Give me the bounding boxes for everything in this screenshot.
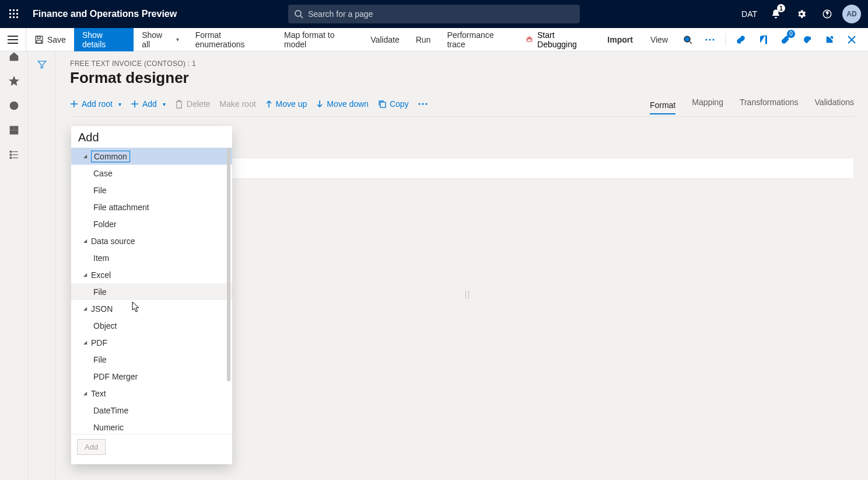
global-search-input[interactable] xyxy=(308,9,574,19)
validate-button[interactable]: Validate xyxy=(362,28,408,51)
show-all-button[interactable]: Show all ▾ xyxy=(134,28,187,51)
help-button[interactable] xyxy=(814,0,840,28)
tree-item[interactable]: File attachment xyxy=(71,199,232,215)
save-button[interactable]: Save xyxy=(26,28,74,51)
nav-toggle-button[interactable] xyxy=(0,28,26,51)
popout-button[interactable] xyxy=(819,28,840,51)
chevron-down-icon: ▾ xyxy=(118,101,121,107)
svg-rect-6 xyxy=(9,16,11,18)
breadcrumb: FREE TEXT INVOICE (CONTOSO) : 1 xyxy=(70,60,854,68)
tree-item[interactable]: Item xyxy=(71,249,232,266)
content-area: FREE TEXT INVOICE (CONTOSO) : 1 Format d… xyxy=(28,51,868,480)
tab-validations[interactable]: Validations xyxy=(815,98,854,110)
nav-home[interactable] xyxy=(0,51,28,62)
more-button[interactable] xyxy=(699,28,720,51)
arrow-up-icon xyxy=(265,100,272,108)
start-debugging-label: Start Debugging xyxy=(537,30,592,49)
find-button[interactable] xyxy=(677,28,698,51)
svg-rect-34 xyxy=(10,154,11,155)
popout-icon xyxy=(825,35,834,44)
svg-point-23 xyxy=(712,39,714,40)
tree-group[interactable]: ◢Text xyxy=(71,385,232,402)
filter-button[interactable] xyxy=(28,53,56,76)
avatar[interactable]: AD xyxy=(842,5,861,23)
tree-group[interactable]: ◢JSON xyxy=(71,300,232,317)
search-icon xyxy=(683,35,692,44)
move-up-label: Move up xyxy=(276,99,307,109)
format-enumerations-button[interactable]: Format enumerations xyxy=(187,28,276,51)
tree-group[interactable]: ◢Excel xyxy=(71,266,232,283)
separator xyxy=(725,33,726,46)
nav-recent[interactable] xyxy=(0,100,28,112)
tree-item[interactable]: PDF Merger xyxy=(71,368,232,385)
svg-rect-3 xyxy=(9,13,11,15)
tree-item[interactable]: Case xyxy=(71,165,232,182)
tree-item[interactable]: Numeric xyxy=(71,419,232,434)
office-button[interactable] xyxy=(752,28,774,51)
run-button[interactable]: Run xyxy=(408,28,439,51)
make-root-label: Make root xyxy=(219,99,256,109)
svg-rect-40 xyxy=(380,102,386,107)
svg-rect-33 xyxy=(10,151,11,152)
nav-favorites[interactable] xyxy=(0,75,28,87)
tree-item[interactable]: Object xyxy=(71,317,232,334)
app-launcher-button[interactable] xyxy=(0,0,28,28)
tree-item[interactable]: File xyxy=(71,351,232,368)
tree-item[interactable]: File xyxy=(71,182,232,199)
svg-point-41 xyxy=(418,103,420,105)
close-button[interactable] xyxy=(841,28,862,51)
start-debugging-button[interactable]: Start Debugging xyxy=(518,30,599,49)
view-button[interactable]: View xyxy=(642,28,676,51)
left-nav-rail xyxy=(0,28,28,480)
tab-transformations[interactable]: Transformations xyxy=(740,98,799,110)
tree-item[interactable]: DateTime xyxy=(71,402,232,419)
company-picker[interactable]: DAT xyxy=(736,9,763,19)
view-label: View xyxy=(650,35,668,44)
move-down-button[interactable]: Move down xyxy=(316,99,369,109)
add-button[interactable]: Add ▾ xyxy=(131,99,166,109)
nav-workspaces[interactable] xyxy=(0,124,28,136)
svg-point-43 xyxy=(425,103,427,105)
page-title: Format designer xyxy=(70,69,854,87)
import-button[interactable]: Import xyxy=(599,28,641,51)
show-details-button[interactable]: Show details xyxy=(74,28,134,51)
scrollbar[interactable] xyxy=(227,148,230,381)
move-up-button[interactable]: Move up xyxy=(265,99,307,109)
make-root-button[interactable]: Make root xyxy=(219,99,256,109)
nav-modules[interactable] xyxy=(0,149,28,161)
save-icon xyxy=(34,35,44,44)
svg-rect-0 xyxy=(9,9,11,11)
move-down-label: Move down xyxy=(327,99,369,109)
save-label: Save xyxy=(47,35,66,44)
performance-trace-button[interactable]: Performance trace xyxy=(439,28,518,51)
add-confirm-button[interactable]: Add xyxy=(77,439,106,455)
svg-rect-29 xyxy=(10,131,18,134)
tab-mapping[interactable]: Mapping xyxy=(692,98,723,110)
tree-group[interactable]: ◢PDF xyxy=(71,334,232,351)
delete-button[interactable]: Delete xyxy=(175,99,210,109)
tree-item[interactable]: Folder xyxy=(71,215,232,232)
command-bar: Save Show details Show all ▾ Format enum… xyxy=(0,28,868,51)
tree-group-label: Data source xyxy=(91,236,135,246)
tree-item[interactable]: File xyxy=(71,283,232,300)
splitter-handle[interactable] xyxy=(466,291,469,299)
copy-icon xyxy=(378,100,386,108)
add-root-button[interactable]: Add root ▾ xyxy=(70,99,121,109)
refresh-button[interactable] xyxy=(797,28,818,51)
attachments-button[interactable]: 0 xyxy=(775,28,796,51)
notifications-button[interactable]: 1 xyxy=(763,0,789,28)
settings-button[interactable] xyxy=(789,0,814,28)
svg-line-10 xyxy=(300,16,303,18)
close-icon xyxy=(848,36,856,44)
tree-group[interactable]: ◢Data source xyxy=(71,232,232,249)
toolbar-more-button[interactable] xyxy=(418,103,428,105)
search-icon xyxy=(294,9,303,19)
show-all-label: Show all xyxy=(142,30,170,49)
link-button[interactable] xyxy=(730,28,751,51)
command-bar-right: Import View 0 xyxy=(599,28,868,51)
map-format-button[interactable]: Map format to model xyxy=(276,28,362,51)
copy-button[interactable]: Copy xyxy=(378,99,409,109)
global-search[interactable] xyxy=(288,5,580,23)
tab-format[interactable]: Format xyxy=(650,100,676,114)
tree-group[interactable]: ◢Common xyxy=(71,148,232,165)
